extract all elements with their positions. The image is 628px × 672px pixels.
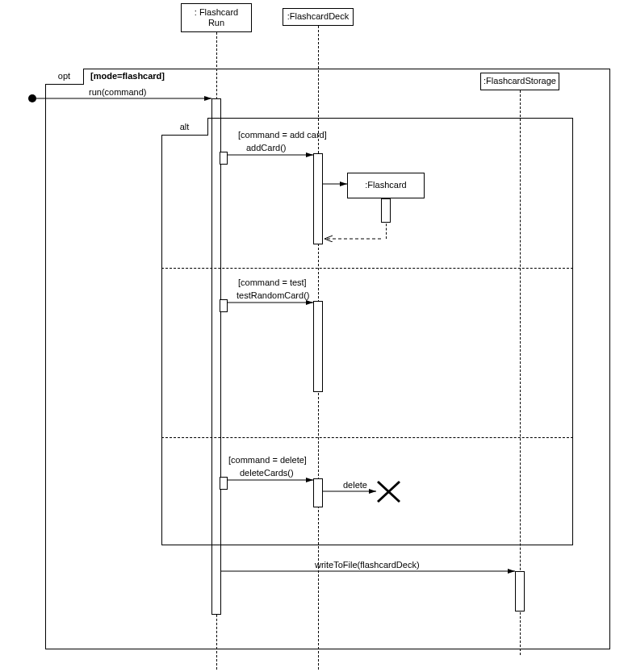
activation-flashcard (381, 198, 391, 223)
sequence-diagram: { "participants": { "flashcardRun": ": F… (0, 0, 628, 672)
activation-storage (515, 571, 525, 611)
activation-addcard-run (220, 152, 228, 165)
participant-flashcard-storage: :FlashcardStorage (480, 73, 559, 90)
alt-guard-add: [command = add card] (238, 130, 327, 140)
found-message-start (28, 94, 36, 102)
participant-flashcard-run: : Flashcard Run (181, 3, 252, 32)
alt-divider-1 (161, 268, 573, 269)
msg-addcard: addCard() (246, 143, 287, 152)
alt-guard-test: [command = test] (238, 278, 307, 287)
activation-delete-run (220, 477, 228, 490)
opt-guard: [mode=flashcard] (90, 71, 165, 81)
alt-guard-delete: [command = delete] (228, 455, 307, 465)
participant-flashcard-deck: :FlashcardDeck (283, 8, 354, 26)
activation-delete-deck (313, 478, 323, 507)
activation-test-run (220, 299, 228, 312)
msg-deletecards: deleteCards() (240, 468, 294, 478)
participant-flashcard: :Flashcard (347, 173, 425, 198)
msg-delete: delete (343, 480, 367, 490)
alt-divider-2 (161, 437, 573, 438)
activation-test-deck (313, 301, 323, 392)
alt-frame-tab: alt (161, 118, 208, 136)
activation-addcard-deck (313, 153, 323, 244)
msg-run: run(command) (89, 87, 147, 97)
msg-writetofile: writeToFile(flashcardDeck) (315, 560, 420, 570)
opt-frame-tab: opt (45, 69, 84, 85)
msg-testrandomcard: testRandomCard() (237, 290, 309, 300)
